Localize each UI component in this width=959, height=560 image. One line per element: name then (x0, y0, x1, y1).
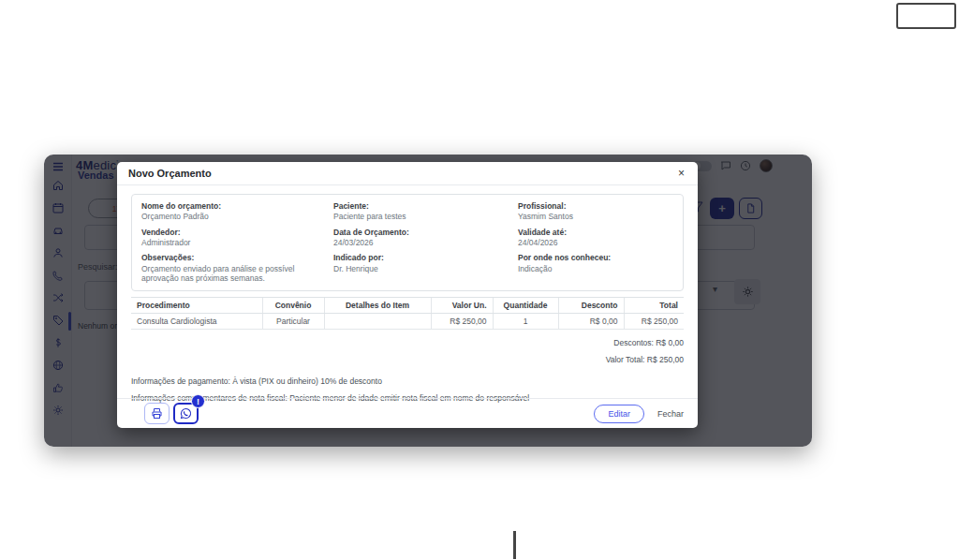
modal-header: Novo Orçamento × (117, 162, 698, 185)
field: Indicado por:Dr. Henrique (333, 253, 518, 283)
column-header: Desconto (558, 297, 624, 313)
field: Por onde nos conheceu:Indicação (518, 253, 673, 283)
modal-footer: ! Editar Fechar (117, 398, 698, 428)
items-table: ProcedimentoConvênioDetalhes do ItemValo… (131, 297, 684, 330)
field-label: Nome do orçamento: (141, 201, 333, 211)
info-grid: Nome do orçamento:Orçamento PadrãoPacien… (131, 194, 684, 291)
table-cell: Consulta Cardiologista (131, 313, 262, 329)
field: Observações:Orçamento enviado para análi… (141, 253, 333, 283)
field-value: Dr. Henrique (333, 264, 518, 273)
payment-info: Informações de pagamento: À vista (PIX o… (131, 376, 684, 386)
table-row: Consulta CardiologistaParticularR$ 250,0… (131, 313, 684, 329)
alert-badge: ! (191, 394, 205, 408)
totals: Descontos: R$ 0,00 Valor Total: R$ 250,0… (131, 338, 684, 364)
field-value: Indicação (518, 264, 673, 273)
descontos-total: Descontos: R$ 0,00 (131, 338, 684, 347)
table-cell: R$ 250,00 (624, 313, 684, 329)
page: 4Medic’ Vendas 17/03/2026 Pesquisar: Nen… (0, 0, 959, 560)
field-label: Data de Orçamento: (333, 228, 518, 237)
field-value: Paciente para testes (333, 212, 518, 221)
fechar-button[interactable]: Fechar (657, 409, 684, 419)
table-cell: Particular (262, 313, 324, 329)
field-value: 24/04/2026 (518, 238, 673, 247)
field-value: Yasmim Santos (518, 212, 673, 221)
field-value: Administrador (141, 238, 333, 247)
field-label: Indicado por: (333, 253, 518, 262)
editar-button[interactable]: Editar (594, 405, 644, 423)
table-cell: R$ 0,00 (558, 313, 624, 329)
field-label: Validade até: (518, 228, 673, 237)
column-header: Detalhes do Item (324, 297, 431, 313)
field-label: Por onde nos conheceu: (518, 253, 673, 262)
column-header: Valor Un. (431, 297, 493, 313)
valor-total: Valor Total: R$ 250,00 (131, 355, 684, 364)
field: Data de Orçamento:24/03/2026 (333, 228, 518, 248)
column-header: Procedimento (131, 297, 262, 313)
table-cell: 1 (493, 313, 558, 329)
field-value: Orçamento Padrão (141, 212, 333, 221)
column-header: Quantidade (493, 297, 558, 313)
novo-orcamento-modal: Novo Orçamento × Nome do orçamento:Orçam… (117, 162, 698, 428)
table-body: Consulta CardiologistaParticularR$ 250,0… (131, 313, 684, 329)
text-cursor-line (513, 531, 516, 559)
field-value: 24/03/2026 (333, 238, 518, 247)
field-value: Orçamento enviado para análise e possíve… (141, 264, 333, 284)
field: Profissional:Yasmim Santos (518, 201, 673, 222)
field: Paciente:Paciente para testes (333, 201, 518, 222)
field: Nome do orçamento:Orçamento Padrão (141, 201, 333, 222)
close-icon[interactable]: × (676, 168, 686, 179)
field-label: Paciente: (333, 201, 518, 211)
print-button[interactable] (144, 403, 170, 424)
field-label: Profissional: (518, 201, 673, 211)
table-header-row: ProcedimentoConvênioDetalhes do ItemValo… (131, 297, 684, 313)
column-header: Convênio (262, 297, 324, 313)
annotation-box (896, 3, 956, 29)
table-cell (324, 313, 431, 329)
field-label: Observações: (141, 253, 333, 262)
field: Vendedor:Administrador (141, 228, 333, 248)
field-label: Vendedor: (141, 228, 333, 237)
field: Validade até:24/04/2026 (518, 228, 673, 248)
modal-title: Novo Orçamento (128, 168, 212, 179)
table-cell: R$ 250,00 (431, 313, 493, 329)
whatsapp-button[interactable]: ! (173, 403, 199, 424)
column-header: Total (624, 297, 684, 313)
app-window: 4Medic’ Vendas 17/03/2026 Pesquisar: Nen… (44, 155, 812, 447)
